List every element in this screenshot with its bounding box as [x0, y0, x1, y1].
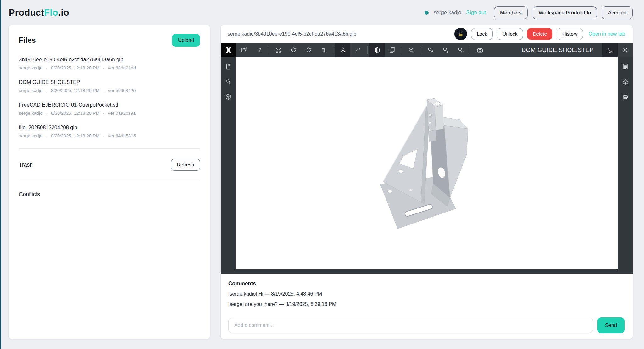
meta-separator: · [46, 133, 47, 138]
3d-bracket-model [369, 85, 485, 240]
sun-icon[interactable] [618, 43, 633, 57]
toolbar-divider [421, 46, 421, 54]
fit-view-icon[interactable] [271, 43, 286, 57]
cube-icon [225, 93, 232, 101]
rotate-z-icon[interactable]: Z [301, 43, 316, 57]
logo-suffix: .io [58, 8, 69, 18]
solid-view-icon [389, 47, 396, 54]
measure-icon[interactable] [404, 43, 419, 57]
svg-text:Z: Z [309, 50, 310, 53]
section-view-icon [374, 47, 381, 54]
export-right-icon [442, 47, 449, 54]
files-header: Files Upload [19, 34, 200, 47]
flip-vertical-icon [320, 47, 327, 54]
comment-input-row: Send [228, 317, 625, 333]
comments-chat-icon [622, 93, 629, 101]
workspace-button[interactable]: Workspace:ProductFlo [533, 6, 597, 19]
refresh-button[interactable]: Refresh [171, 159, 200, 171]
meta-value: serge.kadjo [19, 111, 42, 116]
comment-item: [serge.kadjo] Hi — 8/19/2025, 4:48:46 PM [228, 291, 625, 297]
viewer-panel: serge.kadjo/3b4910ee-e190-4ef5-b2cf-da27… [221, 25, 633, 339]
logo-prefix: Product [9, 8, 44, 18]
viewer-canvas[interactable] [236, 57, 618, 269]
material-icon[interactable] [225, 78, 232, 86]
file-path-bar: serge.kadjo/3b4910ee-e190-4ef5-b2cf-da27… [221, 25, 633, 43]
comments-chat-icon[interactable] [622, 93, 629, 101]
viewer-right-strip [618, 57, 633, 274]
comment-input[interactable] [228, 318, 593, 333]
open-file-icon [241, 47, 248, 54]
history-button[interactable]: History [557, 28, 583, 40]
padlock-icon [458, 31, 464, 37]
meta-separator: · [46, 111, 47, 116]
conflicts-section: Conflicts [19, 191, 200, 198]
camera-icon [476, 47, 484, 54]
moon-icon[interactable] [602, 43, 618, 57]
settings-gear-icon [622, 78, 629, 86]
export-code-icon[interactable] [453, 43, 468, 57]
app-logo: ProductFlo.io [9, 8, 69, 18]
meta-value: serge.kadjo [19, 65, 42, 70]
file-icon[interactable] [225, 63, 232, 70]
file-meta: serge.kadjo·8/20/2025, 12:18:20 PM·ver 5… [19, 88, 200, 93]
properties-icon[interactable] [622, 63, 629, 70]
sign-out-link[interactable]: Sign out [466, 9, 486, 16]
rotate-z-icon: Z [305, 47, 312, 54]
lock-status-icon[interactable] [454, 28, 467, 40]
file-meta: serge.kadjo·8/20/2025, 12:18:20 PM·ver 6… [19, 65, 200, 70]
toolbar-icons: YZ [236, 43, 487, 57]
moon-icon [607, 47, 613, 53]
meta-value: serge.kadjo [19, 133, 42, 138]
file-icon [225, 63, 232, 70]
members-button[interactable]: Members [494, 6, 528, 19]
file-item[interactable]: file_20250813204208.glbserge.kadjo·8/20/… [19, 125, 200, 138]
lock-button[interactable]: Lock [471, 28, 493, 40]
draw-curve-icon[interactable] [350, 43, 365, 57]
meta-separator: · [103, 88, 105, 93]
file-item[interactable]: DOM GUIDE SHOE.STEPserge.kadjo·8/20/2025… [19, 79, 200, 93]
rotate-y-icon[interactable]: Y [286, 43, 301, 57]
cube-icon[interactable] [225, 93, 232, 101]
comments-title: Comments [228, 280, 625, 287]
move-tool-icon [339, 47, 347, 54]
file-name[interactable]: file_20250813204208.glb [19, 125, 200, 130]
comments-section: Comments [serge.kadjo] Hi — 8/19/2025, 4… [221, 274, 633, 339]
viewer-x-logo-icon[interactable] [221, 43, 236, 57]
comment-item: [serge] are you there? — 8/19/2025, 8:39… [228, 302, 625, 307]
section-view-icon[interactable] [369, 43, 385, 57]
meta-separator: · [46, 88, 47, 93]
user-status-dot-icon [425, 11, 429, 15]
export-down-icon[interactable] [423, 43, 438, 57]
delete-button[interactable]: Delete [527, 28, 552, 40]
theme-toggle-icons [602, 43, 633, 57]
meta-value: 8/20/2025, 12:18:20 PM [51, 65, 100, 70]
file-list: 3b4910ee-e190-4ef5-b2cf-da276a413a6b.glb… [19, 57, 200, 138]
open-file-icon[interactable] [236, 43, 252, 57]
camera-icon[interactable] [472, 43, 487, 57]
rotate-y-icon: Y [290, 47, 297, 54]
account-button[interactable]: Account [602, 6, 633, 19]
files-panel: Files Upload 3b4910ee-e190-4ef5-b2cf-da2… [9, 25, 210, 339]
share-link-icon[interactable] [252, 43, 267, 57]
left-edge-strip [0, 0, 1, 349]
send-button[interactable]: Send [597, 317, 625, 333]
solid-view-icon[interactable] [385, 43, 400, 57]
x-logo-icon [224, 45, 233, 55]
unlock-button[interactable]: Unlock [497, 28, 523, 40]
file-name[interactable]: 3b4910ee-e190-4ef5-b2cf-da276a413a6b.glb [19, 57, 200, 63]
toolbar-divider [333, 46, 333, 54]
open-in-new-tab-link[interactable]: Open in new tab [588, 31, 625, 37]
meta-value: ver 68dd21dd [108, 65, 136, 70]
upload-button[interactable]: Upload [172, 34, 200, 47]
settings-gear-icon[interactable] [622, 78, 629, 86]
properties-icon [622, 63, 629, 70]
trash-title: Trash [19, 162, 33, 168]
file-item[interactable]: FreeCAD EJERCICIO 01-CuerpoPocket.stlser… [19, 102, 200, 116]
files-title: Files [19, 36, 36, 45]
file-name[interactable]: FreeCAD EJERCICIO 01-CuerpoPocket.stl [19, 102, 200, 108]
flip-vertical-icon[interactable] [316, 43, 331, 57]
move-tool-icon[interactable] [335, 43, 350, 57]
export-right-icon[interactable] [438, 43, 453, 57]
file-item[interactable]: 3b4910ee-e190-4ef5-b2cf-da276a413a6b.glb… [19, 57, 200, 70]
file-name[interactable]: DOM GUIDE SHOE.STEP [19, 79, 200, 85]
